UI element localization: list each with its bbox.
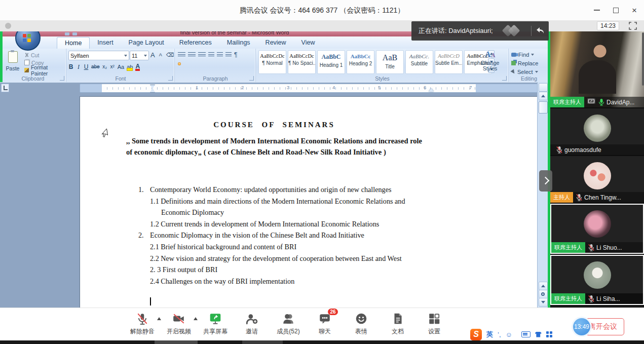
- scrollbar-thumb[interactable]: [539, 101, 548, 113]
- style-no-spacing[interactable]: AaBbCcDc¶ No Spaci...: [288, 50, 316, 74]
- settings-button[interactable]: 设置: [420, 312, 449, 336]
- sort-button[interactable]: [225, 52, 232, 58]
- borders-button[interactable]: [211, 62, 214, 65]
- fullscreen-icon[interactable]: [629, 22, 637, 30]
- find-button[interactable]: Find: [511, 51, 534, 58]
- tab-references[interactable]: References: [172, 37, 219, 49]
- style-title[interactable]: AaBTitle: [376, 50, 404, 74]
- next-page-icon[interactable]: [539, 298, 548, 307]
- reactions-button[interactable]: 表情: [347, 312, 376, 336]
- document-page[interactable]: COURSE OF SEMINARS ,, Some trends in dev…: [80, 96, 544, 308]
- shared-screen-word: final version of the seminar - Microsoft…: [0, 31, 550, 308]
- share-screen-button[interactable]: 共享屏幕: [201, 312, 230, 336]
- chat-button[interactable]: 聊天 26: [310, 312, 339, 336]
- tab-home[interactable]: Home: [57, 37, 90, 49]
- bold-button[interactable]: B: [68, 63, 73, 71]
- tab-view[interactable]: View: [294, 37, 323, 49]
- select-browse-object-icon[interactable]: [539, 290, 548, 298]
- style-heading1[interactable]: AaBbCHeading 1: [317, 50, 345, 74]
- participant-tile[interactable]: 联席主持人 Li Siha...: [550, 255, 644, 305]
- participant-tile[interactable]: 主持人 Chen Tingw...: [550, 156, 644, 203]
- increase-indent-button[interactable]: [217, 52, 223, 58]
- taskbar-app-button[interactable]: [242, 340, 283, 344]
- ruler-toggle-button[interactable]: [539, 83, 548, 92]
- change-styles-button[interactable]: AA Change Styles: [473, 50, 507, 71]
- bullets-button[interactable]: [178, 52, 185, 58]
- ime-language-toggle[interactable]: 英: [486, 330, 493, 339]
- format-painter-button[interactable]: Format Painter: [24, 66, 66, 74]
- subscript-button[interactable]: x₂: [102, 63, 107, 71]
- strikethrough-button[interactable]: abe: [91, 63, 100, 71]
- align-center-button[interactable]: [183, 62, 186, 65]
- styles-dialog-launcher-icon[interactable]: [502, 76, 507, 81]
- cut-button[interactable]: Cut: [24, 51, 66, 59]
- multilevel-list-button[interactable]: [198, 52, 206, 58]
- tab-mailings[interactable]: Mailings: [219, 37, 258, 49]
- style-subtitle[interactable]: AaBbCc.Subtitle: [405, 50, 433, 74]
- right-indent-marker[interactable]: [429, 88, 434, 92]
- change-case-button[interactable]: Aa: [118, 63, 124, 71]
- scroll-up-icon[interactable]: [539, 92, 548, 100]
- font-family-select[interactable]: Sylfaen: [68, 51, 129, 60]
- line-spacing-button[interactable]: [200, 62, 203, 65]
- style-normal[interactable]: AaBbCcDc¶ Normal: [258, 50, 286, 74]
- paragraph-dialog-launcher-icon[interactable]: [249, 76, 254, 81]
- align-left-button[interactable]: [178, 62, 181, 65]
- video-options-arrow-icon[interactable]: [194, 317, 198, 320]
- word-scrollbar[interactable]: [537, 82, 548, 308]
- font-size-select[interactable]: 11: [130, 51, 149, 60]
- tab-stop-selector[interactable]: [1, 84, 9, 92]
- share-screen-icon: [208, 312, 222, 326]
- numbering-button[interactable]: [188, 52, 196, 58]
- ime-skin-icon[interactable]: [535, 332, 542, 337]
- unmute-button[interactable]: 解除静音: [128, 312, 157, 336]
- horizontal-ruler[interactable]: 1 2 3 4 5 6 7: [80, 84, 545, 93]
- text-highlight-button[interactable]: ab: [127, 64, 133, 71]
- italic-button[interactable]: I: [76, 63, 81, 71]
- previous-page-icon[interactable]: [539, 282, 548, 290]
- clipboard-dialog-launcher-icon[interactable]: [60, 76, 64, 81]
- shading-button[interactable]: [206, 62, 209, 65]
- chevron-down-icon: [535, 71, 538, 73]
- justify-button[interactable]: [195, 62, 198, 65]
- invite-button[interactable]: 邀请: [237, 312, 267, 336]
- participant-tile[interactable]: guomaosdufe: [550, 108, 644, 155]
- paste-button[interactable]: Paste: [3, 50, 23, 75]
- reply-arrow-icon[interactable]: [536, 26, 545, 36]
- taskbar-app-button[interactable]: [155, 340, 198, 344]
- style-subtle-emphasis[interactable]: AaBbCcDSubtle Em...: [435, 50, 463, 74]
- members-button[interactable]: 成员(52): [274, 312, 303, 336]
- font-color-button[interactable]: A: [135, 63, 140, 71]
- participant-tile[interactable]: 联席主持人 Li Shuo...: [550, 204, 644, 254]
- align-right-button[interactable]: [189, 62, 192, 65]
- tab-insert[interactable]: Insert: [90, 37, 121, 49]
- clear-formatting-button[interactable]: ⌫: [165, 51, 176, 59]
- sidebar-collapse-button[interactable]: [539, 170, 552, 192]
- show-paragraph-marks-button[interactable]: ¶: [234, 52, 237, 58]
- sogou-logo-icon[interactable]: S: [470, 329, 482, 340]
- font-dialog-launcher-icon[interactable]: [168, 76, 173, 81]
- minimize-icon[interactable]: [594, 10, 600, 11]
- ime-keyboard-icon[interactable]: [521, 331, 531, 337]
- audio-options-arrow-icon[interactable]: [157, 317, 161, 320]
- emoji-picker-icon[interactable]: ☺: [506, 331, 512, 338]
- ime-toolbox-icon[interactable]: [546, 331, 552, 337]
- select-button[interactable]: Select: [511, 68, 538, 75]
- tab-review[interactable]: Review: [258, 37, 294, 49]
- shrink-font-button[interactable]: A: [158, 51, 164, 59]
- replace-button[interactable]: Replace: [511, 59, 538, 67]
- restore-icon[interactable]: [613, 8, 619, 13]
- sidebar-scrollbar[interactable]: [642, 32, 644, 86]
- superscript-button[interactable]: x²: [110, 63, 115, 71]
- style-heading2[interactable]: AaBbCcHeading 2: [347, 50, 374, 74]
- participant-tile[interactable]: 联席主持人 DavidAp...: [550, 31, 644, 107]
- decrease-indent-button[interactable]: [208, 52, 214, 58]
- ime-punctuation-toggle[interactable]: ’,: [498, 331, 501, 338]
- start-video-button[interactable]: 开启视频: [164, 312, 194, 336]
- tab-page-layout[interactable]: Page Layout: [121, 37, 172, 49]
- docs-button[interactable]: 文档: [383, 312, 412, 336]
- close-icon[interactable]: ×: [632, 6, 637, 15]
- underline-button[interactable]: U: [84, 63, 89, 71]
- quick-access-toolbar[interactable]: [65, 32, 77, 35]
- grow-font-button[interactable]: A: [149, 51, 157, 59]
